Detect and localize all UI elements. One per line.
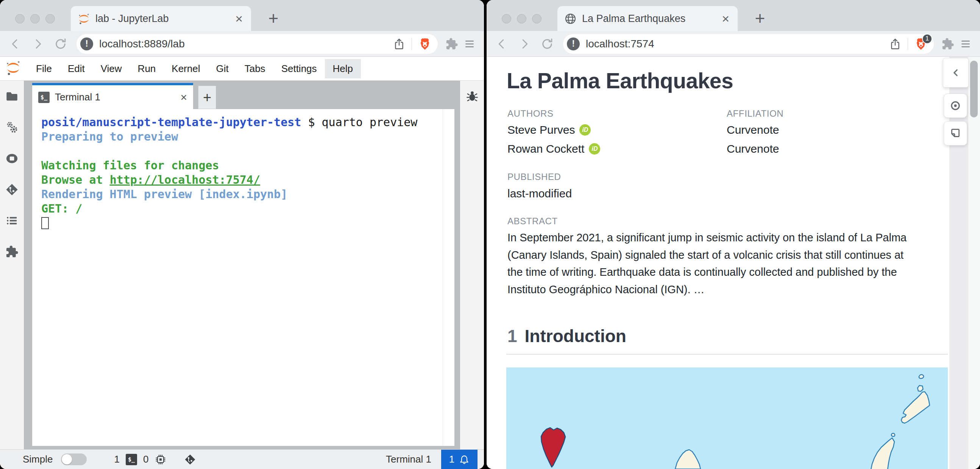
extension-manager-icon[interactable] — [5, 245, 19, 258]
terminal-cursor — [41, 217, 49, 229]
menu-git[interactable]: Git — [208, 59, 236, 78]
side-panel-gutter — [949, 57, 968, 469]
browser-window-preview: La Palma Earthquakes × + ! localhost:757… — [487, 0, 980, 469]
git-branch-icon[interactable] — [184, 453, 196, 466]
close-window-button[interactable] — [15, 14, 25, 24]
reload-icon[interactable] — [54, 37, 67, 51]
terminal-count-icon[interactable]: $_ — [126, 454, 137, 465]
new-tab-button[interactable]: + — [749, 6, 772, 30]
author-2-affiliation: Curvenote — [727, 142, 779, 155]
author-2-name: Rowan Cockett — [508, 142, 584, 155]
debugger-bug-icon[interactable] — [465, 89, 479, 103]
menu-edit[interactable]: Edit — [60, 59, 93, 78]
zoom-window-button[interactable] — [532, 14, 541, 24]
url-text[interactable]: localhost:7574 — [586, 38, 889, 50]
git-icon[interactable] — [5, 183, 19, 196]
jupyterlab-statusbar: Simple 1 $_ 0 Terminal 1 1 — [0, 449, 484, 469]
terminal-line: Browse at http://localhost:7574/ — [41, 173, 454, 187]
table-of-contents-icon[interactable] — [5, 214, 19, 227]
address-bar[interactable]: ! localhost:8889/lab — [76, 34, 438, 54]
dock-tab-bar: $_ Terminal 1 × + — [24, 81, 460, 109]
site-info-icon[interactable]: ! — [567, 38, 580, 50]
browser-toolbar: ! localhost:8889/lab — [0, 31, 484, 57]
back-icon[interactable] — [8, 37, 22, 51]
menu-run[interactable]: Run — [130, 59, 164, 78]
file-browser-icon[interactable] — [5, 90, 19, 103]
terminal-link[interactable]: http://localhost:7574/ — [110, 173, 260, 187]
menu-settings[interactable]: Settings — [274, 59, 325, 78]
property-inspector-gears-icon[interactable] — [5, 121, 19, 134]
simple-mode-toggle[interactable] — [61, 453, 87, 465]
eye-icon — [949, 99, 962, 112]
main-dock-panel: $_ Terminal 1 × + posit/manuscript-templ… — [24, 81, 460, 449]
close-tab-icon[interactable]: × — [234, 12, 244, 25]
published-label: PUBLISHED — [508, 172, 561, 182]
close-window-button[interactable] — [502, 14, 511, 24]
minimize-window-button[interactable] — [30, 14, 40, 24]
share-icon[interactable] — [889, 38, 902, 50]
orcid-icon[interactable]: iD — [589, 143, 600, 155]
abstract-label: ABSTRACT — [508, 216, 558, 227]
traffic-lights — [15, 14, 55, 24]
tab-strip: La Palma Earthquakes × + — [487, 0, 980, 31]
browser-tab-lapalma[interactable]: La Palma Earthquakes × — [557, 6, 738, 31]
back-icon[interactable] — [495, 37, 509, 51]
dock-tab-title: Terminal 1 — [55, 91, 175, 103]
new-launcher-button[interactable]: + — [198, 86, 216, 109]
scrollbar-thumb[interactable] — [970, 61, 978, 117]
terminal-line: Watching files for changes — [41, 158, 454, 173]
divider — [908, 38, 908, 50]
close-dock-tab-icon[interactable]: × — [180, 91, 187, 104]
preview-visibility-button[interactable] — [943, 94, 967, 118]
forward-icon[interactable] — [518, 37, 531, 51]
terminal-output: posit/manuscript-template-jupyter-test $… — [32, 109, 454, 230]
brave-shields-icon[interactable] — [418, 37, 432, 51]
shields-count-badge: 1 — [922, 34, 932, 44]
bell-icon — [459, 454, 469, 465]
menu-icon[interactable] — [463, 38, 476, 50]
collapse-panel-button[interactable] — [943, 58, 969, 88]
section-heading: 1Introduction — [508, 326, 626, 346]
jupyterlab-right-sidebar — [460, 81, 484, 449]
address-bar[interactable]: ! localhost:7574 1 — [563, 34, 934, 54]
map-figure — [506, 367, 948, 469]
note-icon — [949, 127, 962, 140]
page-title: La Palma Earthquakes — [507, 68, 733, 93]
minimize-window-button[interactable] — [517, 14, 527, 24]
notifications-badge[interactable]: 1 — [441, 450, 477, 469]
terminal-panel[interactable]: posit/manuscript-template-jupyter-test $… — [32, 109, 454, 446]
menu-kernel[interactable]: Kernel — [164, 59, 208, 78]
browser-toolbar: ! localhost:7574 1 — [487, 31, 980, 57]
annotations-button[interactable] — [943, 121, 967, 145]
kernel-chip-icon[interactable] — [154, 453, 167, 466]
forward-icon[interactable] — [31, 37, 45, 51]
share-icon[interactable] — [393, 38, 406, 50]
terminal-icon: $_ — [38, 92, 49, 103]
reload-icon[interactable] — [540, 37, 554, 51]
menu-view[interactable]: View — [93, 59, 130, 78]
browser-tab-jupyterlab[interactable]: lab - JupyterLab × — [71, 6, 251, 31]
close-tab-icon[interactable]: × — [720, 12, 731, 25]
zoom-window-button[interactable] — [45, 14, 55, 24]
extensions-icon[interactable] — [941, 38, 954, 50]
author-1-name: Steve Purves — [508, 123, 575, 136]
url-text[interactable]: localhost:8889/lab — [99, 38, 393, 50]
menu-icon[interactable] — [959, 38, 972, 50]
brave-shields-icon[interactable]: 1 — [914, 37, 928, 51]
island-alegranza — [919, 375, 924, 378]
section-number: 1 — [508, 326, 517, 346]
current-context-label[interactable]: Terminal 1 — [386, 453, 431, 465]
menu-tabs[interactable]: Tabs — [237, 59, 274, 78]
desktop: lab - JupyterLab × + ! localhost:8889/la… — [0, 0, 980, 469]
new-tab-button[interactable]: + — [262, 6, 285, 30]
menu-file[interactable]: File — [28, 59, 60, 78]
authors-label: AUTHORS — [508, 108, 554, 119]
tab-terminal-1[interactable]: $_ Terminal 1 × — [32, 83, 193, 109]
menu-help[interactable]: Help — [325, 59, 361, 78]
author-1-affiliation: Curvenote — [727, 123, 779, 136]
extensions-icon[interactable] — [445, 38, 458, 50]
page-scrollbar[interactable] — [968, 57, 980, 469]
site-info-icon[interactable]: ! — [80, 38, 93, 50]
orcid-icon[interactable]: iD — [579, 124, 591, 136]
running-sessions-icon[interactable] — [5, 152, 19, 165]
